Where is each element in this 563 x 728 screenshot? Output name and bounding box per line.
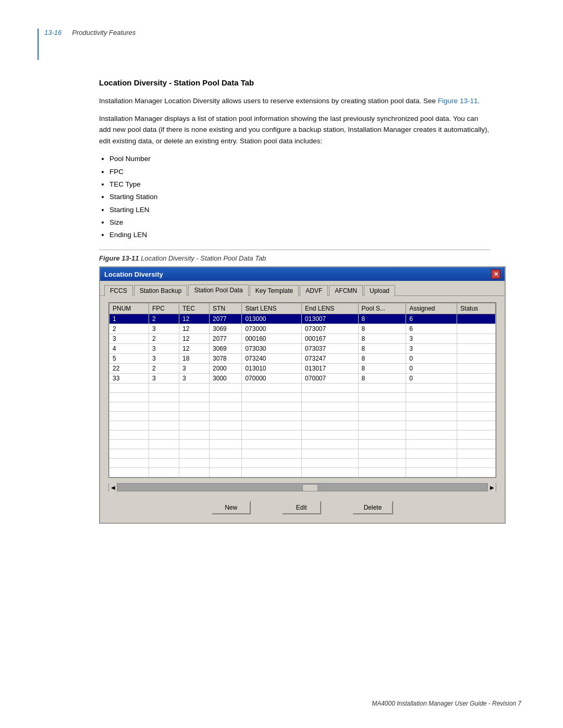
table-row[interactable]: 2223200001301001301780 <box>109 364 496 374</box>
figure-caption-text: Location Diversity - Station Pool Data T… <box>139 254 266 262</box>
table-cell: 0 <box>406 374 457 384</box>
table-cell: 3 <box>109 334 149 344</box>
table-row-empty <box>109 393 496 402</box>
table-row[interactable]: 3212207700016000016783 <box>109 334 496 344</box>
tab-station-pool-data[interactable]: Station Pool Data <box>188 285 248 296</box>
table-cell: 3 <box>149 374 179 384</box>
table-cell-empty <box>406 412 457 421</box>
table-cell-empty <box>302 430 358 440</box>
table-row[interactable]: 3333300007000007000780 <box>109 374 496 384</box>
table-cell-empty <box>109 468 149 477</box>
table-cell-empty <box>358 468 406 477</box>
paragraph-1-text: Installation Manager Location Diversity … <box>99 97 438 105</box>
table-cell: 3 <box>149 354 179 364</box>
table-cell-empty <box>109 412 149 421</box>
table-cell: 8 <box>358 324 406 334</box>
table-cell: 12 <box>179 324 210 334</box>
table-cell-empty <box>457 393 496 402</box>
table-cell-empty <box>302 468 358 477</box>
table-cell-empty <box>210 412 242 421</box>
table-cell-empty <box>242 440 302 449</box>
table-cell-empty <box>179 440 210 449</box>
table-cell-empty <box>109 459 149 468</box>
table-cell: 3 <box>179 364 210 374</box>
list-item: FPC <box>109 166 490 178</box>
table-cell-empty <box>406 430 457 440</box>
tab-key-template[interactable]: Key Template <box>250 285 299 296</box>
table-row-empty <box>109 459 496 468</box>
table-cell-empty <box>457 421 496 430</box>
table-cell-empty <box>358 459 406 468</box>
table-cell: 073240 <box>242 354 302 364</box>
table-cell-empty <box>149 459 179 468</box>
figure-caption: Figure 13-11 Location Diversity - Statio… <box>99 254 490 262</box>
tab-upload[interactable]: Upload <box>364 285 395 296</box>
table-cell-empty <box>109 421 149 430</box>
table-cell-empty <box>149 393 179 402</box>
table-cell-empty <box>210 440 242 449</box>
figure-link[interactable]: Figure 13-11 <box>438 97 478 105</box>
table-row-empty <box>109 430 496 440</box>
table-cell-empty <box>358 402 406 412</box>
tab-afcmn[interactable]: AFCMN <box>329 285 363 296</box>
table-cell-empty <box>149 421 179 430</box>
tab-advf[interactable]: ADVF <box>300 285 328 296</box>
table-cell-empty <box>149 449 179 459</box>
footer-text: MA4000 Installation Manager User Guide -… <box>372 700 521 707</box>
table-cell-empty <box>302 412 358 421</box>
list-item: TEC Type <box>109 178 490 191</box>
table-cell-empty <box>242 393 302 402</box>
tab-fccs[interactable]: FCCS <box>104 285 133 296</box>
table-cell-empty <box>179 412 210 421</box>
table-cell: 073000 <box>242 324 302 334</box>
col-header-end-lens: End LENS <box>302 303 358 314</box>
table-cell: 070000 <box>242 374 302 384</box>
edit-button[interactable]: Edit <box>282 501 321 514</box>
table-cell: 3 <box>406 334 457 344</box>
table-cell-empty <box>302 393 358 402</box>
table-row-empty <box>109 440 496 449</box>
table-row[interactable]: 5318307807324007324780 <box>109 354 496 364</box>
table-cell-empty <box>457 412 496 421</box>
page-container: 13-16 Productivity Features Location Div… <box>0 0 563 728</box>
data-table-container: PNUM FPC TEC STN Start LENS End LENS Poo… <box>108 302 496 478</box>
table-cell: 3 <box>406 344 457 354</box>
table-cell-empty <box>358 412 406 421</box>
table-cell: 3 <box>149 344 179 354</box>
table-cell-empty <box>406 459 457 468</box>
table-cell-empty <box>179 421 210 430</box>
table-cell: 6 <box>406 314 457 324</box>
table-cell <box>457 364 496 374</box>
table-cell <box>457 374 496 384</box>
table-row[interactable]: 2312306907300007300786 <box>109 324 496 334</box>
table-cell-empty <box>302 449 358 459</box>
table-cell-empty <box>302 459 358 468</box>
table-cell-empty <box>457 468 496 477</box>
table-cell: 5 <box>109 354 149 364</box>
table-cell: 12 <box>179 344 210 354</box>
table-cell-empty <box>210 449 242 459</box>
list-item: Starting LEN <box>109 204 490 216</box>
left-border-accent <box>38 29 39 60</box>
table-cell: 000167 <box>302 334 358 344</box>
new-button[interactable]: New <box>212 501 251 514</box>
table-row[interactable]: 4312306907303007303783 <box>109 344 496 354</box>
tab-bar: FCCS Station Backup Station Pool Data Ke… <box>100 281 505 295</box>
table-cell-empty <box>210 430 242 440</box>
scrollbar-right-button[interactable]: ▶ <box>487 483 496 491</box>
col-header-fpc: FPC <box>149 303 179 314</box>
dialog-close-button[interactable]: ✕ <box>491 269 500 279</box>
table-cell-empty <box>358 393 406 402</box>
scrollbar-thumb[interactable] <box>302 484 318 491</box>
scrollbar-track[interactable] <box>117 484 487 491</box>
table-cell-empty <box>179 449 210 459</box>
table-cell: 8 <box>358 344 406 354</box>
table-row[interactable]: 1212207701300001300786 <box>109 314 496 324</box>
table-cell-empty <box>302 384 358 393</box>
tab-station-backup[interactable]: Station Backup <box>134 285 188 296</box>
delete-button[interactable]: Delete <box>352 501 394 514</box>
table-cell-empty <box>109 430 149 440</box>
list-item: Size <box>109 216 490 229</box>
paragraph-1: Installation Manager Location Diversity … <box>99 95 490 107</box>
scrollbar-left-button[interactable]: ◀ <box>109 483 117 491</box>
